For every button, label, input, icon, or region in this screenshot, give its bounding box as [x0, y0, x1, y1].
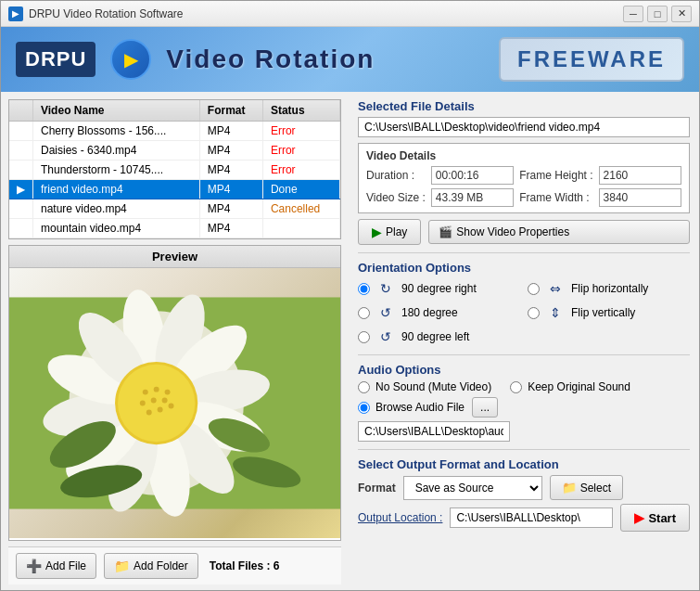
svg-point-19 — [140, 401, 146, 406]
left-panel: Video Name Format Status Cherry Blossoms… — [1, 92, 349, 591]
orientation-90-left-radio[interactable] — [358, 331, 370, 343]
table-row[interactable]: Daisies - 6340.mp4 MP4 Error — [9, 141, 340, 161]
orientation-90-left[interactable]: ↺ 90 degree left — [358, 327, 520, 347]
start-button[interactable]: ▶ Start — [620, 504, 690, 532]
keep-original-label: Keep Original Sound — [528, 380, 630, 393]
add-file-icon: ➕ — [26, 559, 42, 573]
keep-original-option[interactable]: Keep Original Sound — [510, 380, 630, 393]
col-indicator — [9, 100, 33, 122]
duration-label: Duration : — [366, 169, 426, 182]
close-button[interactable]: ✕ — [671, 6, 692, 22]
svg-point-22 — [146, 409, 152, 415]
duration-value: 00:00:16 — [431, 166, 514, 185]
row-video-name: mountain video.mp4 — [33, 219, 200, 238]
flip-h-icon: ⇔ — [545, 278, 566, 299]
row-status: Cancelled — [262, 199, 339, 219]
browse-audio-radio[interactable] — [358, 402, 370, 414]
row-format: MP4 — [199, 199, 262, 219]
orientation-flip-h[interactable]: ⇔ Flip horizontally — [528, 278, 690, 299]
orientation-90-right[interactable]: ↻ 90 degree right — [358, 278, 520, 299]
rotation-90-left-icon: ↺ — [375, 327, 396, 347]
play-button[interactable]: ▶ Play — [358, 219, 421, 245]
row-status: Error — [262, 141, 339, 161]
preview-section: Preview — [8, 245, 341, 541]
format-select[interactable]: Save as Source MP4 AVI MOV WMV MKV — [403, 476, 542, 500]
file-path-input[interactable] — [358, 117, 690, 137]
table-row[interactable]: nature video.mp4 MP4 Cancelled — [9, 199, 340, 219]
output-title: Select Output Format and Location — [358, 457, 690, 471]
minimize-button[interactable]: ─ — [623, 6, 643, 22]
output-path-input[interactable] — [450, 507, 613, 528]
divider-1 — [358, 252, 690, 253]
output-section: Select Output Format and Location Format… — [358, 457, 690, 532]
audio-row1: No Sound (Mute Video) Keep Original Soun… — [358, 380, 690, 393]
output-location-label[interactable]: Output Location : — [358, 511, 442, 524]
orientation-flip-h-radio[interactable] — [528, 283, 540, 295]
svg-point-16 — [143, 390, 148, 395]
audio-path-input[interactable] — [358, 421, 510, 442]
row-format: MP4 — [199, 180, 262, 199]
properties-icon: 🎬 — [439, 225, 452, 238]
orientation-90-right-radio[interactable] — [358, 283, 370, 295]
drpu-logo: DRPU — [16, 42, 95, 77]
col-status: Status — [262, 100, 339, 122]
video-details-grid: Duration : 00:00:16 Frame Height : 2160 … — [366, 166, 681, 207]
no-sound-radio[interactable] — [358, 381, 370, 393]
browse-audio-option[interactable]: Browse Audio File — [358, 401, 465, 414]
frame-width-label: Frame Width : — [519, 191, 592, 204]
select-button[interactable]: 📁 Select — [550, 475, 623, 500]
row-indicator — [9, 122, 33, 141]
main-content: Video Name Format Status Cherry Blossoms… — [1, 92, 699, 591]
row-status: Error — [262, 161, 339, 180]
select-label: Select — [580, 482, 611, 495]
output-location-row: Output Location : ▶ Start — [358, 504, 690, 532]
show-video-properties-button[interactable]: 🎬 Show Video Properties — [428, 220, 690, 244]
frame-height-label: Frame Height : — [519, 169, 592, 182]
table-row[interactable]: mountain video.mp4 MP4 — [9, 219, 340, 238]
row-indicator — [9, 219, 33, 238]
maximize-button[interactable]: □ — [647, 6, 668, 22]
audio-row2: Browse Audio File ... — [358, 397, 690, 418]
add-folder-label: Add Folder — [134, 559, 188, 572]
flip-v-icon: ⇕ — [545, 302, 566, 323]
video-details-title: Video Details — [366, 149, 681, 162]
orientation-section: Orientation Options ↻ 90 degree right ⇔ … — [358, 261, 690, 347]
output-row1: Format Save as Source MP4 AVI MOV WMV MK… — [358, 475, 690, 500]
row-indicator: ▶ — [9, 180, 33, 199]
no-sound-option[interactable]: No Sound (Mute Video) — [358, 380, 491, 393]
title-bar-text: DRPU Video Rotation Software — [29, 7, 623, 20]
flip-v-label: Flip vertically — [571, 306, 635, 319]
orientation-90-right-label: 90 degree right — [401, 282, 477, 295]
play-properties-row: ▶ Play 🎬 Show Video Properties — [358, 219, 690, 245]
show-video-properties-label: Show Video Properties — [456, 225, 569, 238]
app-icon: ▶ — [8, 6, 23, 21]
orientation-flip-v[interactable]: ⇕ Flip vertically — [528, 302, 690, 323]
orientation-flip-v-radio[interactable] — [528, 307, 540, 319]
orientation-180[interactable]: ↺ 180 degree — [358, 302, 520, 323]
audio-title: Audio Options — [358, 363, 690, 377]
video-size-label: Video Size : — [366, 191, 426, 204]
divider-2 — [358, 354, 690, 355]
video-details-box: Video Details Duration : 00:00:16 Frame … — [358, 143, 690, 213]
start-icon: ▶ — [634, 510, 644, 525]
selected-file-section: Selected File Details — [358, 99, 690, 137]
orientation-180-label: 180 degree — [401, 306, 458, 319]
total-files: Total Files : 6 — [210, 559, 280, 572]
app-title: Video Rotation — [166, 45, 484, 74]
keep-original-radio[interactable] — [510, 381, 522, 393]
row-format: MP4 — [199, 141, 262, 161]
table-row[interactable]: ▶ friend video.mp4 MP4 Done — [9, 180, 340, 199]
row-video-name: Cherry Blossoms - 156.... — [33, 122, 200, 141]
add-folder-icon: 📁 — [114, 559, 130, 573]
selected-file-title: Selected File Details — [358, 99, 690, 113]
add-file-button[interactable]: ➕ Add File — [16, 553, 96, 579]
orientation-180-radio[interactable] — [358, 307, 370, 319]
col-format: Format — [199, 100, 262, 122]
orientation-90-left-label: 90 degree left — [401, 330, 469, 343]
table-row[interactable]: Thunderstorm - 10745.... MP4 Error — [9, 161, 340, 180]
add-folder-button[interactable]: 📁 Add Folder — [104, 553, 198, 579]
browse-button[interactable]: ... — [472, 397, 498, 418]
orientation-grid: ↻ 90 degree right ⇔ Flip horizontally ↺ … — [358, 278, 690, 347]
table-row[interactable]: Cherry Blossoms - 156.... MP4 Error — [9, 122, 340, 141]
no-sound-label: No Sound (Mute Video) — [375, 380, 491, 393]
